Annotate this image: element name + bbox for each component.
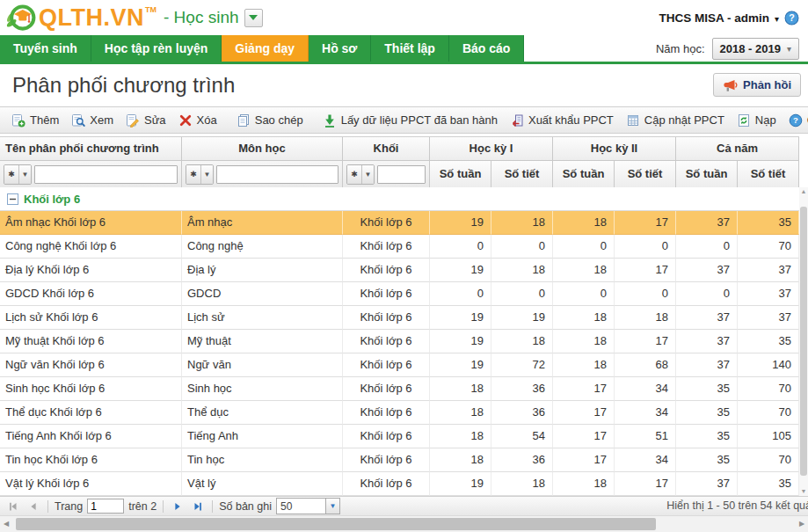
tab-bao-cao[interactable]: Báo cáo: [449, 35, 524, 62]
group-row[interactable]: Khối lớp 6: [0, 187, 799, 211]
toolbar-button-sua[interactable]: Sửa: [120, 111, 172, 130]
filter-input-mon-hoc[interactable]: [216, 165, 338, 184]
cell-grade: Khối lớp 6: [343, 353, 430, 377]
table-row[interactable]: Sinh học Khối lớp 6Sinh họcKhối lớp 6183…: [0, 377, 799, 401]
page-of-label: trên 2: [128, 500, 157, 513]
horizontal-scrollbar[interactable]: ◀ ▶: [0, 515, 808, 532]
tab-hoc-tap-ren-luyen[interactable]: Học tập rèn luyện: [91, 35, 222, 62]
scroll-down-icon[interactable]: ▼: [799, 487, 808, 496]
subcolumn-header-5[interactable]: Số tiết: [738, 161, 799, 188]
add-icon: [11, 113, 25, 128]
filter-operator-button-khoi[interactable]: ✱▼: [346, 164, 375, 185]
table-row[interactable]: GDCD Khối lớp 6GDCDKhối lớp 60000037: [0, 282, 799, 306]
column-header-0[interactable]: Tên phân phối chương trình: [0, 137, 182, 161]
cell-name: Mỹ thuật Khối lớp 6: [0, 330, 182, 353]
toolbar-button-cap-nhat-ppct[interactable]: Cập nhật PPCT: [620, 111, 731, 130]
vertical-scrollbar-thumb[interactable]: [800, 207, 807, 476]
cell-name: GDCD Khối lớp 6: [0, 282, 182, 306]
table-row[interactable]: Lịch sử Khối lớp 6Lịch sửKhối lớp 619191…: [0, 306, 799, 330]
toolbar-button-xuat-khau-ppct[interactable]: Xuất khẩu PPCT: [504, 111, 620, 130]
user-menu[interactable]: THCS MISA - admin: [659, 11, 769, 25]
toolbar-button-nap[interactable]: Nạp: [731, 111, 783, 130]
scroll-right-icon[interactable]: ▶: [796, 516, 808, 532]
module-label: - Học sinh: [164, 8, 239, 27]
subcolumn-header-3[interactable]: Số tiết: [615, 161, 676, 188]
subcolumn-header-4[interactable]: Số tuần: [676, 161, 738, 188]
brand-trademark: TM: [145, 5, 157, 14]
school-year-dropdown[interactable]: 2018 - 2019 ▾: [712, 38, 799, 60]
subcolumn-header-0[interactable]: Số tuần: [430, 161, 491, 188]
scroll-left-icon[interactable]: ◀: [0, 516, 12, 532]
export-icon: [510, 113, 524, 128]
semester-group-header-1[interactable]: Học kỳ II: [553, 137, 676, 161]
collapse-group-icon[interactable]: [7, 193, 18, 205]
horizontal-scrollbar-thumb[interactable]: [16, 518, 656, 530]
table-row[interactable]: Công nghệ Khối lớp 6Công nghệKhối lớp 60…: [0, 235, 799, 259]
column-header-1[interactable]: Môn học: [182, 137, 343, 161]
module-dropdown-button[interactable]: [244, 9, 263, 27]
prev-page-button[interactable]: [25, 499, 41, 514]
subcolumn-header-1[interactable]: Số tiết: [491, 161, 553, 188]
filter-input-ten-ppct[interactable]: [34, 165, 178, 184]
chevron-down-icon: ▼: [19, 165, 31, 184]
semester-group-header-0[interactable]: Học kỳ I: [430, 137, 553, 161]
pager-bar: Trang trên 2 Số bản ghi 50 ▼ Hiển thị 1 …: [0, 496, 808, 515]
table-row[interactable]: Ngữ văn Khối lớp 6Ngữ vănKhối lớp 619721…: [0, 353, 799, 377]
toolbar-button-lay-du-lieu-ppct[interactable]: Lấy dữ liệu PPCT đã ban hành: [317, 111, 504, 130]
toolbar-button-them[interactable]: Thêm: [5, 111, 65, 130]
page-size-combo[interactable]: 50 ▼: [276, 498, 340, 514]
tab-thiet-lap[interactable]: Thiết lập: [371, 35, 449, 62]
subcolumn-header-2[interactable]: Số tuần: [553, 161, 615, 188]
filter-operator-button-ten-ppct[interactable]: ✱▼: [4, 164, 32, 185]
cell-value: 0: [615, 235, 676, 259]
cell-value: 18: [430, 377, 491, 401]
grid-header-filters: ✱▼✱▼✱▼Số tuầnSố tiếtSố tuầnSố tiếtSố tuầ…: [0, 161, 799, 188]
cell-value: 19: [491, 306, 553, 330]
cell-name: Sinh học Khối lớp 6: [0, 377, 182, 401]
scroll-up-icon[interactable]: ▲: [799, 187, 808, 196]
next-page-button[interactable]: [170, 499, 186, 514]
cell-value: 36: [491, 377, 553, 401]
cell-value: 17: [615, 472, 676, 496]
toolbar-button-xem[interactable]: Xem: [65, 111, 120, 130]
cell-value: 37: [738, 282, 799, 306]
table-row[interactable]: Âm nhạc Khối lớp 6Âm nhạcKhối lớp 619181…: [0, 211, 799, 235]
toolbar-label-sao-chep: Sao chép: [255, 113, 303, 127]
cell-value: 19: [430, 211, 491, 235]
table-row[interactable]: Tiếng Anh Khối lớp 6Tiếng AnhKhối lớp 61…: [0, 425, 799, 448]
toolbar-button-sao-chep[interactable]: Sao chép: [230, 111, 309, 130]
table-row[interactable]: Tin học Khối lớp 6Tin họcKhối lớp 618361…: [0, 448, 799, 472]
cell-value: 34: [615, 401, 676, 425]
vertical-scrollbar[interactable]: ▲ ▼: [799, 187, 808, 496]
cell-value: 70: [738, 377, 799, 401]
cell-grade: Khối lớp 6: [343, 282, 430, 306]
chevron-down-icon[interactable]: ▼: [325, 498, 340, 514]
cell-grade: Khối lớp 6: [343, 211, 430, 235]
cell-subject: GDCD: [182, 282, 343, 306]
tab-ho-so[interactable]: Hồ sơ: [309, 35, 371, 62]
cell-grade: Khối lớp 6: [343, 472, 430, 496]
last-page-button[interactable]: [190, 499, 206, 514]
feedback-button[interactable]: Phản hồi: [713, 73, 801, 97]
cell-value: 36: [491, 448, 553, 472]
help-icon[interactable]: ?: [784, 11, 799, 26]
table-row[interactable]: Thể dục Khối lớp 6Thể dụcKhối lớp 618361…: [0, 401, 799, 425]
tab-tuyen-sinh[interactable]: Tuyển sinh: [0, 35, 91, 62]
filter-input-khoi[interactable]: [377, 165, 426, 184]
page-number-input[interactable]: [87, 499, 124, 514]
first-page-button[interactable]: [5, 499, 21, 514]
cell-value: 68: [615, 353, 676, 377]
toolbar-button-giup[interactable]: ?Giúp: [783, 111, 808, 130]
app-logo[interactable]: QLTH.VN TM: [5, 2, 157, 33]
nav-tabs: Tuyển sinhHọc tập rèn luyệnGiảng dạyHồ s…: [0, 35, 524, 62]
column-header-2[interactable]: Khối: [343, 137, 430, 161]
tab-giang-day[interactable]: Giảng dạy: [222, 35, 309, 62]
cell-value: 35: [738, 472, 799, 496]
table-row[interactable]: Địa lý Khối lớp 6Địa lýKhối lớp 61918181…: [0, 259, 799, 282]
semester-group-header-2[interactable]: Cả năm: [676, 137, 799, 161]
svg-text:?: ?: [789, 12, 794, 23]
table-row[interactable]: Vật lý Khối lớp 6Vật lýKhối lớp 61918181…: [0, 472, 799, 496]
filter-operator-button-mon-hoc[interactable]: ✱▼: [186, 164, 214, 185]
table-row[interactable]: Mỹ thuật Khối lớp 6Mỹ thuậtKhối lớp 6191…: [0, 330, 799, 353]
toolbar-button-xoa[interactable]: Xóa: [172, 111, 223, 130]
